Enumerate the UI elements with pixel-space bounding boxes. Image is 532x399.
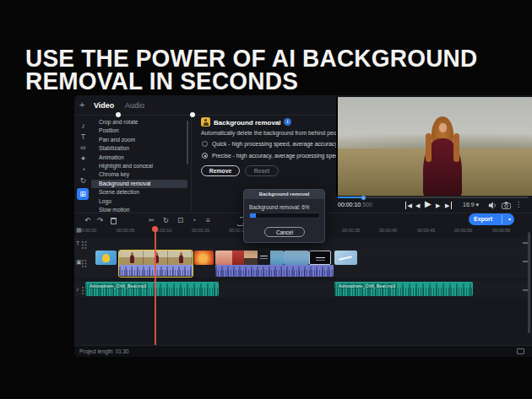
- sidebar-scrollbar[interactable]: [187, 121, 188, 164]
- timeline-zoom-icon[interactable]: [517, 348, 524, 354]
- video-clip-sky[interactable]: [284, 251, 309, 265]
- clip-speed-icon[interactable]: ◔: [192, 216, 196, 224]
- montage-thumb-beach: [215, 251, 232, 265]
- dialog-progress-bar: [249, 213, 320, 218]
- audio-clip-2-label: Atmosphere_Chill_Beat.mp3: [337, 283, 397, 288]
- background-removal-icon: [201, 117, 210, 127]
- top-tab-bar: + Video Audio: [74, 95, 336, 116]
- frame-back-icon[interactable]: ◀: [415, 202, 420, 209]
- transitions-rail-icon[interactable]: ∞: [78, 143, 89, 152]
- video-clip-cartoon[interactable]: [95, 251, 117, 265]
- sidebar-item-scene-detection[interactable]: Scene detection: [91, 188, 187, 197]
- ruler-tick[interactable]: 00:00:45: [417, 228, 435, 233]
- split-scissors-icon[interactable]: ✂: [149, 216, 155, 224]
- selected-clip-thumbnails: [119, 251, 193, 265]
- panel-divider: [191, 117, 192, 212]
- page-background: USE THE POWER OF AI BACKGROUND REMOVAL I…: [0, 0, 532, 399]
- export-button[interactable]: Export ▾: [469, 213, 514, 225]
- audio-track-drag-handle[interactable]: [82, 287, 84, 288]
- timecode-current: 00:00:10: [338, 202, 361, 208]
- tab-audio[interactable]: Audio: [125, 101, 144, 110]
- preview-menu-icon[interactable]: ⋮: [515, 201, 522, 208]
- aspect-ratio-dropdown[interactable]: 16:9 ▾: [463, 202, 479, 208]
- cancel-button[interactable]: Cancel: [264, 227, 305, 237]
- export-label: Export: [474, 216, 492, 222]
- ruler-tick[interactable]: 00:00:40: [379, 228, 397, 233]
- play-icon[interactable]: ▶: [425, 200, 432, 208]
- selected-clip-right-trim-handle[interactable]: [190, 112, 195, 117]
- preview-seekbar[interactable]: [338, 197, 529, 198]
- rotate-icon[interactable]: ↻: [163, 216, 169, 224]
- montage-thumb-water: [270, 251, 284, 265]
- reset-button[interactable]: Reset: [245, 165, 279, 176]
- hero-title-line2: REMOVAL IN SECONDS: [25, 70, 477, 93]
- video-clip-montage[interactable]: [215, 251, 284, 265]
- panel-title: Background removal: [214, 119, 281, 127]
- playhead-handle[interactable]: [152, 226, 158, 232]
- title-track-drag-handle[interactable]: [82, 241, 84, 243]
- snapshot-camera-icon[interactable]: [502, 202, 511, 209]
- radio-quick[interactable]: [202, 141, 208, 147]
- frame-forward-icon[interactable]: ▶: [436, 202, 440, 209]
- ruler-tick[interactable]: 00:00:05: [117, 228, 134, 233]
- export-split-divider: [502, 215, 502, 224]
- sidebar-item-pan-and-zoom[interactable]: Pan and zoom: [91, 136, 187, 144]
- preview-timecode: 00:00:10.500: [338, 202, 372, 208]
- redo-icon[interactable]: ↷: [97, 216, 103, 224]
- montage-thumb-dark: [258, 251, 270, 265]
- dialog-title: Background removal: [244, 190, 324, 199]
- preview-seekbar-handle[interactable]: [361, 196, 366, 200]
- sidebar-item-position[interactable]: Position: [91, 127, 187, 135]
- sidebar-item-stabilization[interactable]: Stabilization: [91, 144, 187, 153]
- edit-tools-rail-icon-selected[interactable]: ⊞: [77, 188, 89, 200]
- sidebar-item-chroma-key[interactable]: Chroma key: [91, 170, 187, 179]
- delete-icon[interactable]: [111, 218, 117, 224]
- clip-properties-icon[interactable]: ≡: [206, 216, 210, 224]
- titles-rail-icon[interactable]: T: [78, 132, 89, 141]
- sidebar-item-logo[interactable]: Logo: [91, 197, 187, 206]
- more-tools-rail-icon[interactable]: ↻: [78, 176, 89, 185]
- sidebar-item-background-removal[interactable]: Background removal: [91, 180, 187, 188]
- audio-rail-icon[interactable]: ♪: [78, 121, 89, 130]
- ruler-tick[interactable]: 00:00:35: [342, 228, 360, 233]
- previous-clip-icon[interactable]: ◀: [405, 202, 412, 209]
- timeline-vertical-scrollbar[interactable]: [528, 232, 530, 333]
- selected-clip-left-trim-handle[interactable]: [116, 112, 121, 117]
- crop-icon[interactable]: ⊡: [177, 216, 183, 224]
- audio-clip-2[interactable]: Atmosphere_Chill_Beat.mp3: [334, 282, 473, 296]
- import-media-icon[interactable]: +: [79, 100, 84, 110]
- video-clip-selected[interactable]: [118, 250, 193, 278]
- ruler-tick[interactable]: 00:00:55: [492, 228, 510, 233]
- export-caret-icon[interactable]: ▾: [508, 216, 511, 222]
- selected-clip-audio-strip: [119, 265, 193, 276]
- timecode-fraction: .500: [361, 202, 372, 208]
- ruler-tick[interactable]: 00:00:15: [192, 228, 209, 233]
- montage-audio-strip: [215, 265, 334, 277]
- video-clip-airplane[interactable]: [334, 251, 357, 265]
- sidebar-item-highlight-and-conceal[interactable]: Highlight and conceal: [91, 162, 187, 170]
- next-clip-icon[interactable]: ▶: [445, 202, 452, 209]
- title-track-icon: T: [76, 240, 79, 246]
- video-track-drag-handle[interactable]: [82, 260, 84, 262]
- filters-rail-icon[interactable]: ◔: [78, 165, 89, 174]
- audio-clip-1[interactable]: Atmosphere_Chill_Beat.mp3: [85, 282, 219, 296]
- video-clip-fire[interactable]: [194, 251, 214, 265]
- project-length-label: Project length: 01:30: [79, 348, 129, 354]
- playhead-line[interactable]: [155, 229, 156, 345]
- status-bar: Project length: 01:30: [74, 345, 532, 357]
- remove-button[interactable]: Remove: [201, 165, 240, 176]
- volume-icon[interactable]: [488, 202, 497, 209]
- sidebar-item-animation[interactable]: Animation: [91, 154, 187, 162]
- video-clip-dark-title[interactable]: [309, 251, 331, 265]
- undo-icon[interactable]: ↶: [84, 216, 90, 224]
- ruler-tick[interactable]: 00:00:50: [454, 228, 472, 233]
- ruler-tick[interactable]: 00:00:00: [79, 228, 96, 233]
- tab-video[interactable]: Video: [94, 101, 114, 110]
- effects-rail-icon[interactable]: ✦: [78, 154, 89, 163]
- sidebar-item-crop-and-rotate[interactable]: Crop and rotate: [91, 118, 187, 127]
- montage-thumb-red: [232, 251, 244, 265]
- info-icon[interactable]: i: [284, 118, 291, 126]
- radio-precise-label: Precise - high accuracy, average process…: [212, 153, 342, 159]
- radio-precise[interactable]: [202, 153, 208, 159]
- background-removal-dialog: Background removal Background removal: 6…: [243, 189, 325, 243]
